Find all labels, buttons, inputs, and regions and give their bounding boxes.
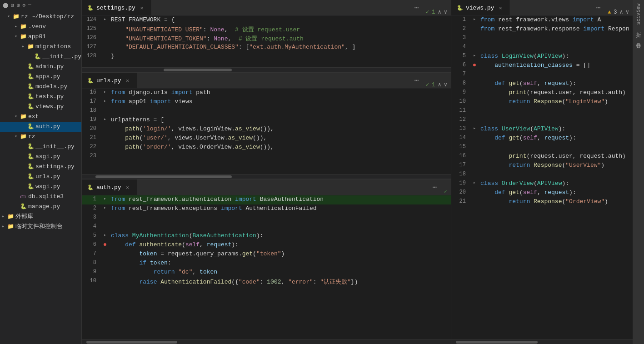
auth-hscroll-thumb[interactable] xyxy=(86,341,177,344)
tab-close-urls[interactable]: ✕ xyxy=(124,77,131,84)
tree-item-app01[interactable]: ▾ 📁 app01 xyxy=(0,32,81,42)
line-code: def get(self, request): xyxy=(479,134,633,143)
tree-item-label: db.sqlite3 xyxy=(28,192,81,201)
auth-hscroll[interactable] xyxy=(82,339,451,344)
tab-close-settings[interactable]: ✕ xyxy=(138,4,145,11)
line-number: 124 xyxy=(82,16,101,25)
tree-item-label: 临时文件和控制台 xyxy=(15,222,81,231)
diff-prev[interactable]: ∧ xyxy=(438,81,441,88)
line-code: path('order/', views.OrderView.as_view()… xyxy=(109,143,451,152)
views-panel: 🐍 views.py ✕ ⋯ ▲ 3 ∧ ∨ 1 ▸ from rest_fra… xyxy=(451,0,633,344)
tree-item-tests[interactable]: 🐍 tests.py xyxy=(0,92,81,102)
line-number: 20 xyxy=(451,189,470,198)
tab-close-auth[interactable]: ✕ xyxy=(124,184,131,191)
tree-item-temp[interactable]: ▸ 📁 临时文件和控制台 xyxy=(0,222,81,232)
code-line: 8 if token: xyxy=(82,259,451,268)
line-gutter: ▸ xyxy=(101,204,109,214)
line-gutter xyxy=(470,198,479,207)
code-line: 9 print(request.user, request.auth) xyxy=(451,89,633,98)
diff-indicator-auth: ✓ xyxy=(440,188,451,195)
tab-settings[interactable]: 🐍 settings.py ✕ xyxy=(82,0,151,15)
gear-icon[interactable]: ⚙ xyxy=(22,2,25,8)
tree-item-label: asgi.py xyxy=(35,152,81,161)
views-code-area[interactable]: 1 ▸ from rest_framework.views import A 2… xyxy=(451,16,633,339)
code-line: 21 path('user/', views.UserView.as_view(… xyxy=(82,134,451,143)
auth-code-area[interactable]: 1 ▸ from rest_framework.authentication i… xyxy=(82,195,451,339)
settings-code-area[interactable]: 124 ▸ REST_FRAMEWORK = { 125 "UNAUTHENTI… xyxy=(82,16,451,67)
left-editor-panels: 🐍 settings.py ✕ ⋯ ✓ 1 ∧ ∨ 124 xyxy=(82,0,451,344)
tree-item-urls[interactable]: 🐍 urls.py xyxy=(0,172,81,182)
tree-item-rz[interactable]: ▾ 📁 rz xyxy=(0,132,81,142)
tree-item-manage[interactable]: 🐍 manage.py xyxy=(0,202,81,212)
minimize-icon[interactable]: ─ xyxy=(28,2,31,8)
diff-next[interactable]: ∨ xyxy=(444,9,447,15)
tab-menu-icon[interactable]: ⋯ xyxy=(414,3,419,12)
line-code: raise AuthenticationFailed({"code": 1002… xyxy=(109,277,451,286)
tree-item-ext-libs[interactable]: ▸ 📁 外部库 xyxy=(0,212,81,222)
folder-icon: 📁 xyxy=(7,212,15,221)
tree-item-views[interactable]: 🐍 views.py xyxy=(0,102,81,112)
tree-item-init2[interactable]: 🐍 __init__.py xyxy=(0,142,81,152)
diff-prev[interactable]: ∧ xyxy=(620,9,623,15)
line-number: 23 xyxy=(82,152,101,161)
tree-item-migrations[interactable]: ▸ 📁 migrations xyxy=(0,42,81,52)
tab-menu-icon[interactable]: ⋯ xyxy=(414,76,419,85)
tree-item-asgi[interactable]: 🐍 asgi.py xyxy=(0,152,81,162)
tree-item-settings[interactable]: 🐍 settings.py xyxy=(0,162,81,172)
tree-item-auth[interactable]: 🐍 auth.py xyxy=(0,122,81,132)
tree-item-init1[interactable]: 🐍 __init__.py xyxy=(0,52,81,62)
line-gutter xyxy=(470,152,479,161)
line-code: from rest_framework.exceptions import Au… xyxy=(109,204,451,214)
line-gutter xyxy=(470,70,479,80)
settings-tab-bar: 🐍 settings.py ✕ ⋯ ✓ 1 ∧ ∨ xyxy=(82,0,451,16)
tree-item-venv[interactable]: ▸ 📁 .venv xyxy=(0,22,81,32)
settings-hscroll[interactable] xyxy=(82,67,451,72)
sciview-label[interactable]: SciView xyxy=(635,2,642,26)
settings-hscroll-thumb[interactable] xyxy=(164,69,232,71)
diff-count: 1 xyxy=(432,9,435,15)
line-number: 7 xyxy=(82,250,101,259)
tree-item-apps[interactable]: 🐍 apps.py xyxy=(0,72,81,82)
views-hscroll-thumb[interactable] xyxy=(456,341,538,344)
urls-code-area[interactable]: 16 ▸ from django.urls import path 17 ▸ f… xyxy=(82,89,451,174)
views-hscroll[interactable] xyxy=(451,339,633,344)
tab-menu-icon[interactable]: ⋯ xyxy=(596,3,600,12)
line-code: authentication_classes = [] xyxy=(479,61,633,70)
line-number: 7 xyxy=(451,70,470,80)
tree-item-root[interactable]: ▾ 📁 rz ~/Desktop/rz xyxy=(0,12,81,22)
line-gutter xyxy=(470,34,479,43)
tab-menu-icon[interactable]: ⋯ xyxy=(432,183,437,192)
notify-button[interactable]: 叠 xyxy=(636,42,641,50)
tree-item-wsgi[interactable]: 🐍 wsgi.py xyxy=(0,182,81,192)
code-line: 125 "UNAUTHENTICATED_USER": None, # 设置 r… xyxy=(82,25,451,34)
tab-close-views[interactable]: ✕ xyxy=(497,4,504,11)
tree-item-db[interactable]: 🗃 db.sqlite3 xyxy=(0,192,81,202)
line-gutter xyxy=(470,107,479,116)
tree-item-admin[interactable]: 🐍 admin.py xyxy=(0,62,81,72)
file-tree: ▾ 📁 rz ~/Desktop/rz ▸ 📁 .venv ▾ 📁 app01 … xyxy=(0,10,81,344)
urls-hscroll[interactable] xyxy=(82,174,451,179)
code-line: 2 ▸ from rest_framework.exceptions impor… xyxy=(82,204,451,214)
urls-hscroll-thumb[interactable] xyxy=(95,175,232,178)
tree-item-models[interactable]: 🐍 models.py xyxy=(0,82,81,92)
line-number: 5 xyxy=(82,232,101,241)
line-gutter xyxy=(101,223,109,232)
tree-item-ext[interactable]: ▾ 📁 ext xyxy=(0,112,81,122)
folder-icon: 📁 xyxy=(20,32,28,41)
fold-button[interactable]: 折 xyxy=(636,31,641,39)
diff-next[interactable]: ∨ xyxy=(626,9,629,15)
line-number: 3 xyxy=(451,34,470,43)
diff-next[interactable]: ∨ xyxy=(444,81,447,88)
file-icon: 🐍 xyxy=(27,172,35,181)
line-number: 22 xyxy=(82,143,101,152)
tab-auth[interactable]: 🐍 auth.py ✕ xyxy=(82,179,137,195)
line-number: 8 xyxy=(82,259,101,268)
tab-views[interactable]: 🐍 views.py ✕ xyxy=(451,0,510,15)
line-number: 18 xyxy=(82,107,101,116)
diff-prev[interactable]: ∧ xyxy=(438,9,441,15)
line-number: 1 xyxy=(82,195,101,204)
tree-item-label: __init__.py xyxy=(42,52,81,61)
line-code: class OrderView(APIView): xyxy=(479,179,633,189)
tab-urls[interactable]: 🐍 urls.py ✕ xyxy=(82,73,137,88)
diff-count: 1 xyxy=(432,82,435,88)
